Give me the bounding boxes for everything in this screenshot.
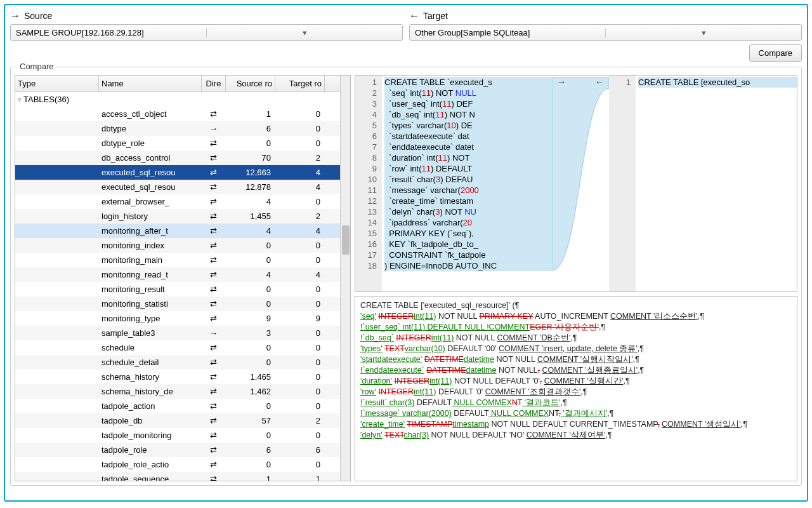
source-combo[interactable]: SAMPLE GROUP[192.168.29.128] ▾ xyxy=(10,24,403,41)
table-row[interactable]: db_access_control⇄702 xyxy=(15,150,340,165)
scrollbar-thumb[interactable] xyxy=(342,225,350,255)
table-row[interactable]: login_history⇄1,4552 xyxy=(15,209,340,224)
table-row[interactable]: monitoring_index⇄00 xyxy=(15,238,340,253)
push-right-icon[interactable]: → xyxy=(557,77,566,87)
table-row[interactable]: schema_history_de⇄1,4620 xyxy=(15,384,340,399)
compare-group: Compare Type Name Dire Source ro Target … xyxy=(10,67,802,486)
source-sql-pane[interactable]: 123456789101112131415161718 CREATE TABLE… xyxy=(355,76,552,291)
table-row[interactable]: access_ctl_object⇄10 xyxy=(15,107,340,121)
line-gutter: 1 xyxy=(609,76,636,291)
tree-root-row[interactable]: ▿TABLES(36) xyxy=(15,92,340,107)
table-scroll[interactable]: Type Name Dire Source ro Target ro ▿TABL… xyxy=(15,76,340,481)
line-gutter: 123456789101112131415161718 xyxy=(355,76,382,291)
table-row[interactable]: dbtype_role⇄00 xyxy=(15,136,340,150)
source-combo-value: SAMPLE GROUP[192.168.29.128] xyxy=(13,28,206,37)
app-window: → Source SAMPLE GROUP[192.168.29.128] ▾ … xyxy=(4,4,808,502)
table-row[interactable]: executed_sql_resou⇄12,6634 xyxy=(15,165,340,180)
col-src[interactable]: Source ro xyxy=(226,76,275,91)
expand-icon[interactable]: ▿ xyxy=(18,96,21,103)
scrollbar[interactable] xyxy=(340,76,350,481)
table-row[interactable]: monitoring_statisti⇄00 xyxy=(15,297,340,311)
diff-gutter: → ← xyxy=(552,76,609,291)
target-label: ← Target xyxy=(409,10,802,22)
target-combo[interactable]: Other Group[Sample SQLiteaa] ▾ xyxy=(409,24,802,41)
table-row[interactable]: monitoring_type⇄99 xyxy=(15,311,340,326)
table-row[interactable]: tadpole_monitoring⇄00 xyxy=(15,428,340,443)
table-row[interactable]: schedule_detail⇄00 xyxy=(15,355,340,370)
arrow-right-icon: → xyxy=(10,10,20,22)
table-row[interactable]: sample_table3→30 xyxy=(15,326,340,340)
col-type[interactable]: Type xyxy=(15,76,99,91)
table-row[interactable]: schema_history⇄1,4650 xyxy=(15,370,340,384)
source-sql-code: CREATE TABLE `executed_s `seq` int(11) N… xyxy=(382,76,552,291)
chevron-down-icon[interactable]: ▾ xyxy=(206,28,400,37)
target-sql-pane[interactable]: 1 CREATE TABLE [executed_so xyxy=(609,76,797,291)
col-tgt[interactable]: Target ro xyxy=(275,76,325,91)
table-row[interactable]: external_browser_⇄40 xyxy=(15,194,340,209)
table-row[interactable]: tadpole_action⇄00 xyxy=(15,399,340,413)
compare-legend: Compare xyxy=(17,62,56,71)
table-row[interactable]: executed_sql_resou⇄12,8784 xyxy=(15,180,340,194)
sql-diff-panes: 123456789101112131415161718 CREATE TABLE… xyxy=(355,75,797,292)
table-row[interactable]: schedule⇄00 xyxy=(15,340,340,355)
source-label: → Source xyxy=(10,10,403,22)
table-row[interactable]: dbtype→60 xyxy=(15,121,340,136)
table-row[interactable]: tadpole_sequence⇄11 xyxy=(15,472,340,481)
compare-button[interactable]: Compare xyxy=(749,44,802,62)
table-row[interactable]: monitoring_read_t⇄44 xyxy=(15,267,340,282)
table-row[interactable]: monitoring_after_t⇄44 xyxy=(15,224,340,238)
table-row[interactable]: monitoring_main⇄00 xyxy=(15,253,340,267)
merged-diff-text[interactable]: CREATE TABLE ['executed_sql_resource]' (… xyxy=(355,296,797,481)
table-header: Type Name Dire Source ro Target ro xyxy=(15,76,340,92)
object-table: Type Name Dire Source ro Target ro ▿TABL… xyxy=(15,75,351,481)
target-combo-value: Other Group[Sample SQLiteaa] xyxy=(412,28,605,37)
table-row[interactable]: tadpole_role⇄66 xyxy=(15,443,340,457)
connection-row: → Source SAMPLE GROUP[192.168.29.128] ▾ … xyxy=(10,10,802,41)
table-row[interactable]: tadpole_role_actio⇄00 xyxy=(15,457,340,472)
target-sql-code: CREATE TABLE [executed_so xyxy=(636,76,797,291)
chevron-down-icon[interactable]: ▾ xyxy=(605,28,799,37)
col-name[interactable]: Name xyxy=(99,76,202,91)
arrow-left-icon: ← xyxy=(409,10,419,22)
table-row[interactable]: monitoring_result⇄00 xyxy=(15,282,340,297)
col-dir[interactable]: Dire xyxy=(202,76,226,91)
push-left-icon[interactable]: ← xyxy=(595,77,604,87)
table-row[interactable]: tadpole_db⇄572 xyxy=(15,413,340,428)
